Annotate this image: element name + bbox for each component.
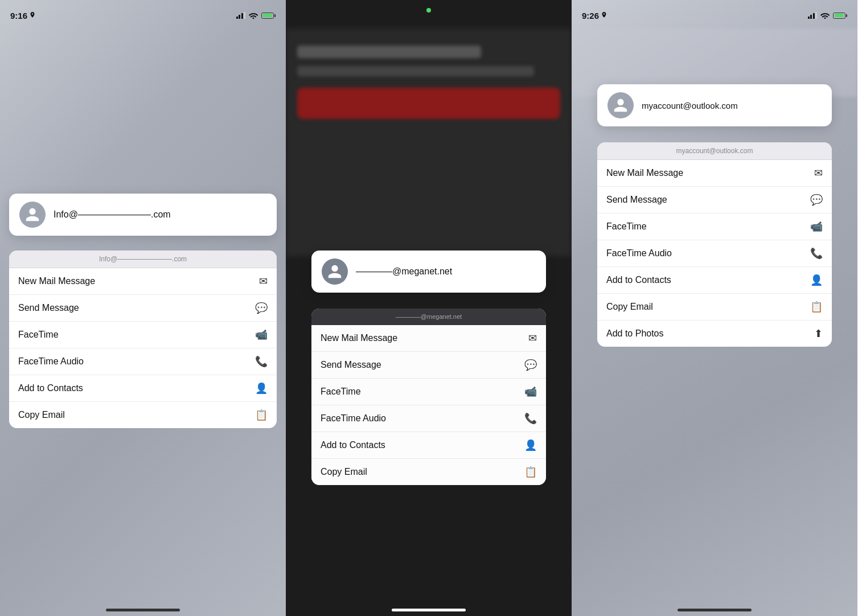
avatar-2 <box>322 258 348 285</box>
menu-label-new-mail-1: New Mail Message <box>18 276 95 286</box>
phone-icon-3: 📞 <box>810 247 823 260</box>
facetime-icon-1: 📹 <box>255 328 268 341</box>
phone-icon-1: 📞 <box>255 355 268 368</box>
person-icon-1 <box>24 207 40 223</box>
menu-label-facetime-1: FaceTime <box>18 330 59 340</box>
person-icon-2 <box>327 264 343 280</box>
menu-label-add-photos-3: Add to Photos <box>606 328 664 339</box>
menu-item-facetime-2[interactable]: FaceTime 📹 <box>311 379 546 405</box>
blur-line-1-2 <box>297 46 481 58</box>
red-bar-2 <box>297 88 560 119</box>
menu-item-facetime-audio-3[interactable]: FaceTime Audio 📞 <box>597 240 832 267</box>
menu-header-1: Info@————————.com <box>9 250 277 268</box>
menu-item-copy-email-1[interactable]: Copy Email 📋 <box>9 402 277 428</box>
context-menu-2: ————@meganet.net New Mail Message ✉ Send… <box>311 309 546 485</box>
mail-icon-2: ✉ <box>528 332 537 344</box>
menu-item-facetime-audio-1[interactable]: FaceTime Audio 📞 <box>9 348 277 375</box>
copy-icon-2: 📋 <box>524 466 537 478</box>
battery-icon-1 <box>261 13 276 19</box>
menu-label-new-mail-3: New Mail Message <box>606 168 683 178</box>
menu-label-facetime-2: FaceTime <box>321 387 361 397</box>
menu-item-add-photos-3[interactable]: Add to Photos ⬆ <box>597 321 832 347</box>
signal-bar-1 <box>236 17 238 19</box>
menu-label-facetime-audio-2: FaceTime Audio <box>321 413 386 424</box>
contacts-icon-2: 👤 <box>524 439 537 451</box>
battery-icon-3 <box>833 13 847 19</box>
phone-icon-2: 📞 <box>524 412 537 425</box>
blur-line-2-2 <box>297 66 534 76</box>
menu-label-facetime-3: FaceTime <box>606 221 647 232</box>
status-bar-1: 9:16 <box>0 0 286 25</box>
signal-bar-2 <box>239 15 240 19</box>
contacts-icon-1: 👤 <box>255 382 268 395</box>
message-icon-3: 💬 <box>810 194 823 206</box>
menu-item-send-msg-3[interactable]: Send Message 💬 <box>597 187 832 213</box>
signal-bar-2-3 <box>810 15 812 19</box>
time-label-1: 9:16 <box>10 11 27 20</box>
signal-bar-4 <box>244 12 245 19</box>
menu-header-3: myaccount@outlook.com <box>597 142 832 160</box>
menu-label-copy-email-1: Copy Email <box>18 410 65 420</box>
menu-item-facetime-3[interactable]: FaceTime 📹 <box>597 213 832 240</box>
email-address-1: Info@————————.com <box>54 210 171 220</box>
menu-label-send-msg-3: Send Message <box>606 195 667 205</box>
email-address-3: myaccount@outlook.com <box>642 101 738 110</box>
status-icons-1 <box>236 12 276 19</box>
signal-bar-3-3 <box>813 13 815 19</box>
menu-item-send-msg-2[interactable]: Send Message 💬 <box>311 352 546 379</box>
location-icon-3 <box>601 12 607 19</box>
signal-icon-3 <box>808 12 818 19</box>
menu-label-copy-email-3: Copy Email <box>606 302 653 312</box>
menu-item-facetime-1[interactable]: FaceTime 📹 <box>9 322 277 348</box>
menu-label-facetime-audio-3: FaceTime Audio <box>606 248 672 258</box>
menu-item-add-contacts-3[interactable]: Add to Contacts 👤 <box>597 267 832 294</box>
message-icon-2: 💬 <box>524 359 537 371</box>
menu-item-new-mail-1[interactable]: New Mail Message ✉ <box>9 268 277 295</box>
contacts-icon-3: 👤 <box>810 274 823 286</box>
menu-item-facetime-audio-2[interactable]: FaceTime Audio 📞 <box>311 405 546 432</box>
mail-icon-3: ✉ <box>814 167 823 179</box>
phone-panel-1: 9:16 Info@————————.com <box>0 0 286 616</box>
menu-item-copy-email-2[interactable]: Copy Email 📋 <box>311 459 546 485</box>
avatar-3 <box>607 92 634 118</box>
email-card-2[interactable]: ————@meganet.net <box>311 250 546 293</box>
status-bar-3: 9:26 <box>572 0 857 25</box>
home-indicator-1 <box>106 609 180 611</box>
person-icon-3 <box>613 97 629 113</box>
menu-header-2: ————@meganet.net <box>311 309 546 325</box>
menu-item-copy-email-3[interactable]: Copy Email 📋 <box>597 294 832 321</box>
location-icon-1 <box>30 12 35 19</box>
phone-panel-3: 9:26 myaccount@outlook <box>572 0 857 616</box>
photos-icon-3: ⬆ <box>814 327 823 340</box>
menu-label-new-mail-2: New Mail Message <box>321 333 397 343</box>
time-label-3: 9:26 <box>582 11 599 20</box>
menu-item-new-mail-2[interactable]: New Mail Message ✉ <box>311 325 546 352</box>
menu-item-send-msg-1[interactable]: Send Message 💬 <box>9 295 277 322</box>
copy-icon-1: 📋 <box>255 409 268 421</box>
wifi-icon-3 <box>820 12 830 19</box>
wifi-icon-1 <box>249 12 258 19</box>
signal-bar-3 <box>241 13 243 19</box>
menu-label-add-contacts-2: Add to Contacts <box>321 440 385 450</box>
menu-label-copy-email-2: Copy Email <box>321 467 367 477</box>
blurred-text-2 <box>297 46 560 119</box>
facetime-icon-2: 📹 <box>524 385 537 398</box>
signal-bar-4-3 <box>815 12 817 19</box>
phone-panel-2: ————@meganet.net ————@meganet.net New Ma… <box>286 0 572 616</box>
email-card-3[interactable]: myaccount@outlook.com <box>597 84 832 126</box>
avatar-1 <box>19 202 46 228</box>
menu-label-facetime-audio-1: FaceTime Audio <box>18 356 84 367</box>
message-icon-1: 💬 <box>255 302 268 314</box>
home-indicator-2 <box>392 609 466 611</box>
signal-bar-1-3 <box>808 17 810 19</box>
email-address-2: ————@meganet.net <box>356 266 452 277</box>
menu-item-add-contacts-1[interactable]: Add to Contacts 👤 <box>9 375 277 402</box>
menu-label-send-msg-1: Send Message <box>18 303 79 313</box>
menu-item-add-contacts-2[interactable]: Add to Contacts 👤 <box>311 432 546 459</box>
home-indicator-3 <box>678 609 752 611</box>
signal-icon-1 <box>236 12 246 19</box>
email-card-1[interactable]: Info@————————.com <box>9 194 277 236</box>
status-time-3: 9:26 <box>582 11 607 20</box>
mail-icon-1: ✉ <box>259 275 268 288</box>
menu-item-new-mail-3[interactable]: New Mail Message ✉ <box>597 160 832 187</box>
